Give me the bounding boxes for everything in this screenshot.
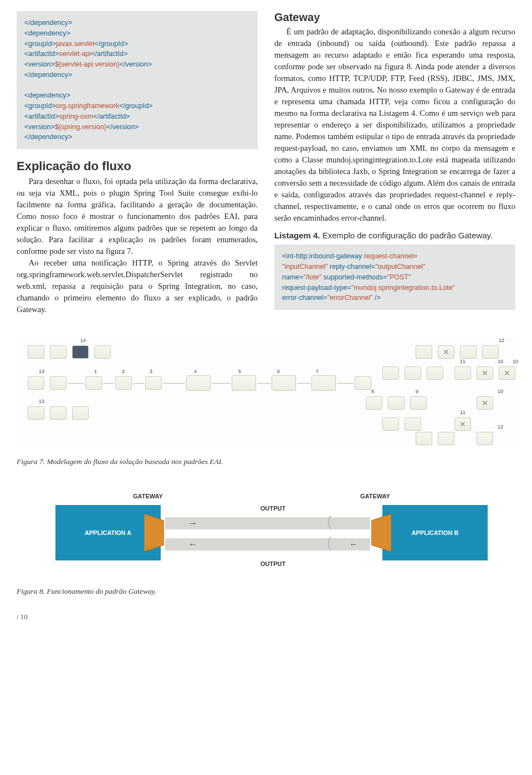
d7-node xyxy=(482,345,499,359)
x-icon: ✕ xyxy=(459,420,466,429)
code-line: <artifactId> xyxy=(24,113,59,120)
section-heading-fluxo: Explicação do fluxo xyxy=(17,159,258,174)
d7-connector xyxy=(133,383,144,384)
d7-node xyxy=(72,345,89,359)
body-paragraph: É um padrão de adaptação, disponibilizan… xyxy=(274,26,515,224)
d7-num: 11 xyxy=(460,410,466,415)
d7-node xyxy=(186,375,211,391)
d7-num: 3 xyxy=(150,369,152,374)
figure-7-diagram: 14 13 1 2 3 4 5 6 7 13 12 ✕ 11 10 10 ✕ ✕… xyxy=(17,336,515,447)
code-line: </artifactId> xyxy=(93,113,130,120)
d7-num: 10 xyxy=(498,389,503,394)
d7-connector xyxy=(68,383,84,384)
code-line: <dependency> xyxy=(24,29,70,37)
figure-8-caption: Figura 8. Funcionamento do padrão Gatewa… xyxy=(17,587,515,596)
code-val: "POST" xyxy=(387,273,411,281)
application-a-label: APPLICATION A xyxy=(85,529,131,536)
d7-node xyxy=(405,366,421,380)
d7-node xyxy=(382,417,399,431)
code-listing-gateway: <int-http:inbound-gateway request-channe… xyxy=(274,244,515,310)
d7-node xyxy=(232,375,256,391)
paren-icon: ( xyxy=(327,513,332,530)
d7-num: 11 xyxy=(460,359,466,364)
d7-node: ✕ xyxy=(477,366,493,380)
d7-node: ✕ xyxy=(499,366,515,380)
d7-node xyxy=(94,345,111,359)
d7-num: 13 xyxy=(39,399,44,404)
d7-num: 2 xyxy=(122,369,125,374)
code-val: request-channel= xyxy=(364,252,418,260)
d7-num: 12 xyxy=(498,424,503,430)
section-heading-gateway: Gateway xyxy=(274,11,515,24)
application-b-box: APPLICATION B xyxy=(382,505,488,560)
d7-node xyxy=(416,432,432,445)
d7-node xyxy=(382,366,399,380)
d7-node: ✕ xyxy=(477,396,493,410)
d7-node: ✕ xyxy=(438,345,454,359)
code-val: "errorChannel" xyxy=(328,294,375,302)
d7-node xyxy=(416,345,432,359)
d7-connector xyxy=(103,383,114,384)
page-number: / 10 xyxy=(17,613,515,621)
body-paragraph: Ao receber uma notificação HTTP, o Sprin… xyxy=(17,257,258,315)
code-listing-dependency: </dependency> <dependency> <groupId>java… xyxy=(17,11,258,149)
d7-connector xyxy=(337,383,354,384)
gateway-label: GATEWAY xyxy=(133,493,163,499)
code-line: <dependency> xyxy=(24,91,70,99)
body-paragraph: Para desenhar o fluxo, foi optada pela u… xyxy=(17,176,258,257)
x-icon: ✕ xyxy=(482,369,488,378)
arrow-right-icon: → xyxy=(188,518,197,528)
d7-num: 13 xyxy=(39,369,44,374)
code-line: <int-http:inbound-gateway xyxy=(282,252,364,260)
listing-title: Listagem 4. Exemplo de configuração do p… xyxy=(274,230,515,241)
code-line: <version> xyxy=(24,60,55,68)
d7-node xyxy=(28,406,44,420)
code-val: servlet-api xyxy=(59,50,91,58)
listing-number: Listagem 4. xyxy=(274,231,320,240)
d7-node xyxy=(72,406,89,420)
d7-num: 5 xyxy=(238,369,241,374)
d7-num: 10 xyxy=(513,359,518,364)
code-line: <artifactId> xyxy=(24,50,59,58)
code-line: <groupId> xyxy=(24,102,56,110)
d7-node xyxy=(115,376,132,390)
d7-connector xyxy=(163,383,185,384)
x-icon: ✕ xyxy=(504,369,510,378)
arrow-left-icon: ← xyxy=(349,539,358,549)
code-line: </version> xyxy=(106,123,139,131)
listing-desc: Exemplo de configuração do padrão Gatewa… xyxy=(320,231,493,240)
code-val: org.springframework xyxy=(56,102,119,110)
d7-node xyxy=(454,366,471,380)
d7-node xyxy=(477,432,493,445)
d7-node xyxy=(85,376,102,390)
gateway-label: GATEWAY xyxy=(360,493,390,499)
d7-node xyxy=(50,376,66,390)
d7-num: 10 xyxy=(498,359,503,364)
d7-num: 14 xyxy=(80,338,86,343)
x-icon: ✕ xyxy=(443,348,449,356)
code-val: ${servlet-api.version} xyxy=(55,60,120,68)
d7-node xyxy=(405,417,421,431)
d7-num: 1 xyxy=(94,369,97,374)
paren-icon: ( xyxy=(327,534,332,551)
code-line: </dependency> xyxy=(24,133,72,141)
d7-node xyxy=(366,396,382,410)
code-line: error-channel= xyxy=(282,294,328,302)
code-line: request-payload-type= xyxy=(282,284,351,292)
d7-num: 7 xyxy=(316,369,319,374)
code-line: supported-methods= xyxy=(324,273,387,281)
d7-node xyxy=(388,396,405,410)
figure-7-caption: Figura 7. Modelagem do fluxo da solução … xyxy=(17,457,515,466)
d7-num: 8 xyxy=(371,389,374,394)
d7-num: 4 xyxy=(194,369,197,374)
d7-num: 6 xyxy=(277,369,280,374)
d7-node xyxy=(50,345,66,359)
d7-node xyxy=(28,376,44,390)
code-line: name= xyxy=(282,273,304,281)
arrow-left-icon: ← xyxy=(188,539,197,549)
code-line: </groupId> xyxy=(119,102,152,110)
d7-num: 9 xyxy=(416,389,418,394)
d7-node xyxy=(28,345,44,359)
code-line: </dependency> xyxy=(24,71,72,79)
d7-node xyxy=(438,432,454,445)
